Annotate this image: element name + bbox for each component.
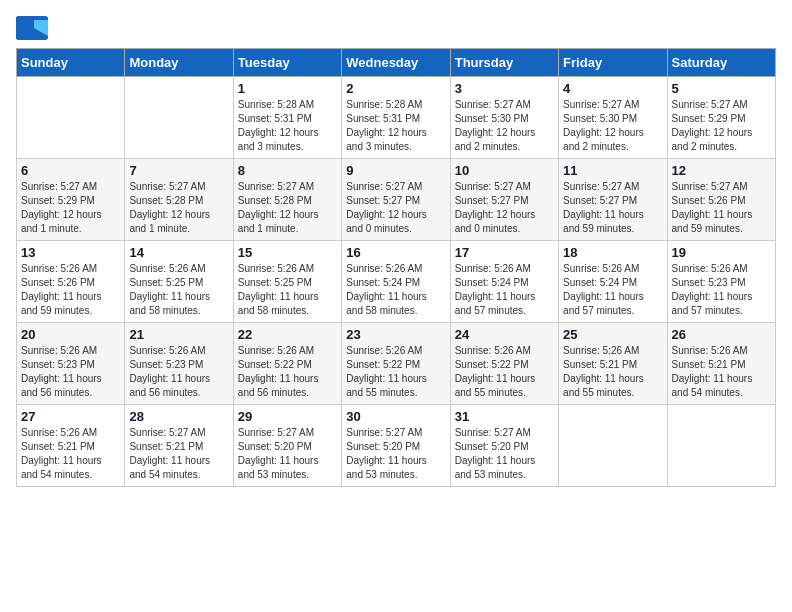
day-number: 12 (672, 163, 771, 178)
calendar-cell: 6Sunrise: 5:27 AM Sunset: 5:29 PM Daylig… (17, 159, 125, 241)
day-info: Sunrise: 5:26 AM Sunset: 5:24 PM Dayligh… (563, 262, 662, 318)
calendar-cell (559, 405, 667, 487)
day-info: Sunrise: 5:27 AM Sunset: 5:28 PM Dayligh… (238, 180, 337, 236)
day-info: Sunrise: 5:26 AM Sunset: 5:21 PM Dayligh… (672, 344, 771, 400)
day-info: Sunrise: 5:27 AM Sunset: 5:30 PM Dayligh… (455, 98, 554, 154)
day-info: Sunrise: 5:26 AM Sunset: 5:24 PM Dayligh… (346, 262, 445, 318)
day-number: 22 (238, 327, 337, 342)
day-number: 4 (563, 81, 662, 96)
calendar-cell: 16Sunrise: 5:26 AM Sunset: 5:24 PM Dayli… (342, 241, 450, 323)
calendar-cell: 9Sunrise: 5:27 AM Sunset: 5:27 PM Daylig… (342, 159, 450, 241)
calendar-cell: 14Sunrise: 5:26 AM Sunset: 5:25 PM Dayli… (125, 241, 233, 323)
calendar-cell (667, 405, 775, 487)
day-number: 1 (238, 81, 337, 96)
day-number: 19 (672, 245, 771, 260)
calendar-cell: 8Sunrise: 5:27 AM Sunset: 5:28 PM Daylig… (233, 159, 341, 241)
day-info: Sunrise: 5:27 AM Sunset: 5:30 PM Dayligh… (563, 98, 662, 154)
day-info: Sunrise: 5:26 AM Sunset: 5:25 PM Dayligh… (238, 262, 337, 318)
day-number: 10 (455, 163, 554, 178)
day-number: 5 (672, 81, 771, 96)
day-info: Sunrise: 5:27 AM Sunset: 5:21 PM Dayligh… (129, 426, 228, 482)
day-info: Sunrise: 5:27 AM Sunset: 5:20 PM Dayligh… (346, 426, 445, 482)
calendar-table: SundayMondayTuesdayWednesdayThursdayFrid… (16, 48, 776, 487)
calendar-cell: 31Sunrise: 5:27 AM Sunset: 5:20 PM Dayli… (450, 405, 558, 487)
calendar-cell: 12Sunrise: 5:27 AM Sunset: 5:26 PM Dayli… (667, 159, 775, 241)
calendar-cell: 19Sunrise: 5:26 AM Sunset: 5:23 PM Dayli… (667, 241, 775, 323)
day-info: Sunrise: 5:26 AM Sunset: 5:22 PM Dayligh… (455, 344, 554, 400)
day-number: 8 (238, 163, 337, 178)
calendar-cell: 3Sunrise: 5:27 AM Sunset: 5:30 PM Daylig… (450, 77, 558, 159)
day-info: Sunrise: 5:26 AM Sunset: 5:26 PM Dayligh… (21, 262, 120, 318)
day-info: Sunrise: 5:27 AM Sunset: 5:27 PM Dayligh… (346, 180, 445, 236)
calendar-cell: 7Sunrise: 5:27 AM Sunset: 5:28 PM Daylig… (125, 159, 233, 241)
day-number: 3 (455, 81, 554, 96)
calendar-cell: 22Sunrise: 5:26 AM Sunset: 5:22 PM Dayli… (233, 323, 341, 405)
day-number: 15 (238, 245, 337, 260)
day-info: Sunrise: 5:27 AM Sunset: 5:27 PM Dayligh… (455, 180, 554, 236)
calendar-header-row: SundayMondayTuesdayWednesdayThursdayFrid… (17, 49, 776, 77)
calendar-day-header: Monday (125, 49, 233, 77)
calendar-cell: 15Sunrise: 5:26 AM Sunset: 5:25 PM Dayli… (233, 241, 341, 323)
calendar-cell: 18Sunrise: 5:26 AM Sunset: 5:24 PM Dayli… (559, 241, 667, 323)
day-number: 17 (455, 245, 554, 260)
day-number: 26 (672, 327, 771, 342)
calendar-day-header: Friday (559, 49, 667, 77)
day-number: 9 (346, 163, 445, 178)
day-number: 11 (563, 163, 662, 178)
calendar-cell (17, 77, 125, 159)
day-number: 7 (129, 163, 228, 178)
calendar-day-header: Thursday (450, 49, 558, 77)
calendar-cell (125, 77, 233, 159)
day-info: Sunrise: 5:26 AM Sunset: 5:23 PM Dayligh… (129, 344, 228, 400)
day-info: Sunrise: 5:26 AM Sunset: 5:21 PM Dayligh… (21, 426, 120, 482)
calendar-cell: 4Sunrise: 5:27 AM Sunset: 5:30 PM Daylig… (559, 77, 667, 159)
calendar-cell: 27Sunrise: 5:26 AM Sunset: 5:21 PM Dayli… (17, 405, 125, 487)
calendar-cell: 21Sunrise: 5:26 AM Sunset: 5:23 PM Dayli… (125, 323, 233, 405)
calendar-day-header: Saturday (667, 49, 775, 77)
day-number: 23 (346, 327, 445, 342)
calendar-week-row: 13Sunrise: 5:26 AM Sunset: 5:26 PM Dayli… (17, 241, 776, 323)
calendar-cell: 1Sunrise: 5:28 AM Sunset: 5:31 PM Daylig… (233, 77, 341, 159)
day-number: 30 (346, 409, 445, 424)
calendar-cell: 11Sunrise: 5:27 AM Sunset: 5:27 PM Dayli… (559, 159, 667, 241)
day-info: Sunrise: 5:26 AM Sunset: 5:21 PM Dayligh… (563, 344, 662, 400)
day-number: 31 (455, 409, 554, 424)
day-number: 21 (129, 327, 228, 342)
day-number: 25 (563, 327, 662, 342)
calendar-cell: 23Sunrise: 5:26 AM Sunset: 5:22 PM Dayli… (342, 323, 450, 405)
logo (16, 16, 52, 40)
calendar-cell: 5Sunrise: 5:27 AM Sunset: 5:29 PM Daylig… (667, 77, 775, 159)
calendar-week-row: 1Sunrise: 5:28 AM Sunset: 5:31 PM Daylig… (17, 77, 776, 159)
day-info: Sunrise: 5:27 AM Sunset: 5:20 PM Dayligh… (238, 426, 337, 482)
calendar-cell: 30Sunrise: 5:27 AM Sunset: 5:20 PM Dayli… (342, 405, 450, 487)
day-number: 2 (346, 81, 445, 96)
calendar-week-row: 6Sunrise: 5:27 AM Sunset: 5:29 PM Daylig… (17, 159, 776, 241)
page-header (16, 16, 776, 40)
day-number: 16 (346, 245, 445, 260)
day-number: 20 (21, 327, 120, 342)
calendar-cell: 24Sunrise: 5:26 AM Sunset: 5:22 PM Dayli… (450, 323, 558, 405)
day-info: Sunrise: 5:26 AM Sunset: 5:23 PM Dayligh… (672, 262, 771, 318)
calendar-week-row: 27Sunrise: 5:26 AM Sunset: 5:21 PM Dayli… (17, 405, 776, 487)
day-info: Sunrise: 5:28 AM Sunset: 5:31 PM Dayligh… (346, 98, 445, 154)
day-number: 13 (21, 245, 120, 260)
day-info: Sunrise: 5:26 AM Sunset: 5:24 PM Dayligh… (455, 262, 554, 318)
calendar-cell: 13Sunrise: 5:26 AM Sunset: 5:26 PM Dayli… (17, 241, 125, 323)
day-info: Sunrise: 5:27 AM Sunset: 5:26 PM Dayligh… (672, 180, 771, 236)
calendar-day-header: Wednesday (342, 49, 450, 77)
day-info: Sunrise: 5:26 AM Sunset: 5:22 PM Dayligh… (346, 344, 445, 400)
calendar-cell: 28Sunrise: 5:27 AM Sunset: 5:21 PM Dayli… (125, 405, 233, 487)
day-info: Sunrise: 5:26 AM Sunset: 5:23 PM Dayligh… (21, 344, 120, 400)
day-number: 18 (563, 245, 662, 260)
calendar-cell: 10Sunrise: 5:27 AM Sunset: 5:27 PM Dayli… (450, 159, 558, 241)
calendar-day-header: Sunday (17, 49, 125, 77)
calendar-cell: 2Sunrise: 5:28 AM Sunset: 5:31 PM Daylig… (342, 77, 450, 159)
day-number: 28 (129, 409, 228, 424)
calendar-cell: 20Sunrise: 5:26 AM Sunset: 5:23 PM Dayli… (17, 323, 125, 405)
calendar-cell: 17Sunrise: 5:26 AM Sunset: 5:24 PM Dayli… (450, 241, 558, 323)
day-number: 14 (129, 245, 228, 260)
calendar-day-header: Tuesday (233, 49, 341, 77)
calendar-cell: 29Sunrise: 5:27 AM Sunset: 5:20 PM Dayli… (233, 405, 341, 487)
day-info: Sunrise: 5:27 AM Sunset: 5:29 PM Dayligh… (672, 98, 771, 154)
day-number: 29 (238, 409, 337, 424)
